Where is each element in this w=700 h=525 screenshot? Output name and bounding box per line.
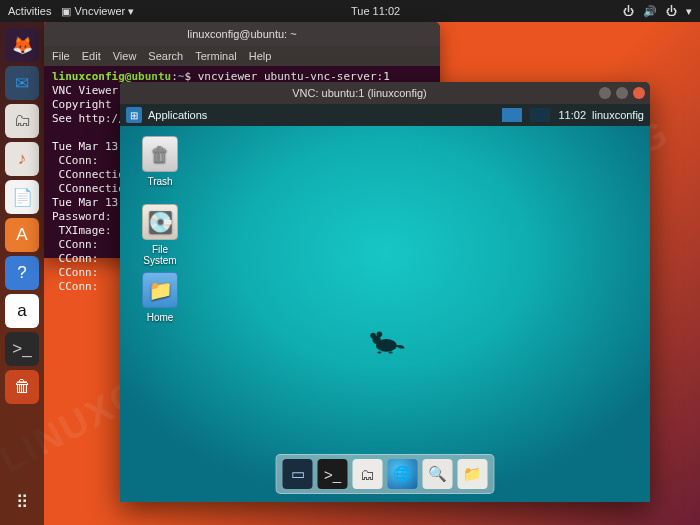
xfce-desktop[interactable]: 🗑 Trash 💽 File System 📁 Home ▭ >_ 🗂 🌐 🔍 … <box>120 126 650 502</box>
sound-icon: 🔊 <box>643 5 657 18</box>
desktop-home[interactable]: 📁 Home <box>134 272 186 323</box>
show-applications-button[interactable]: ⠿ <box>16 492 28 513</box>
menu-view[interactable]: View <box>113 50 137 62</box>
dock-folder-icon[interactable]: 📁 <box>458 459 488 489</box>
desktop-filesystem-label: File System <box>134 244 186 266</box>
workspace-2[interactable] <box>530 108 550 122</box>
active-app-name: Vncviewer <box>74 5 125 17</box>
dock-search-icon[interactable]: 🔍 <box>423 459 453 489</box>
svg-point-3 <box>377 331 383 337</box>
dock-files-icon[interactable]: 🗂 <box>353 459 383 489</box>
menu-terminal[interactable]: Terminal <box>195 50 237 62</box>
amazon-icon[interactable]: a <box>5 294 39 328</box>
gnome-topbar: Activities ▣ Vncviewer ▾ Tue 11:02 ⏻ 🔊 ⏻… <box>0 0 700 22</box>
svg-point-4 <box>377 351 381 353</box>
menu-help[interactable]: Help <box>249 50 272 62</box>
software-icon[interactable]: A <box>5 218 39 252</box>
desktop-trash[interactable]: 🗑 Trash <box>134 136 186 187</box>
vnc-titlebar[interactable]: VNC: ubuntu:1 (linuxconfig) <box>120 82 650 104</box>
close-button[interactable] <box>633 87 645 99</box>
active-app-label[interactable]: ▣ Vncviewer ▾ <box>61 5 134 18</box>
panel-user[interactable]: linuxconfig <box>592 109 644 121</box>
caret-down-icon: ▾ <box>686 5 692 18</box>
menu-edit[interactable]: Edit <box>82 50 101 62</box>
filesystem-icon: 💽 <box>142 204 178 240</box>
libreoffice-icon[interactable]: 📄 <box>5 180 39 214</box>
terminal-titlebar[interactable]: linuxconfig@ubuntu: ~ <box>44 22 440 46</box>
power-icon: ⏻ <box>666 5 677 17</box>
desktop-trash-label: Trash <box>134 176 186 187</box>
firefox-icon[interactable]: 🦊 <box>5 28 39 62</box>
svg-point-5 <box>389 351 393 353</box>
menu-file[interactable]: File <box>52 50 70 62</box>
clock[interactable]: Tue 11:02 <box>351 5 400 17</box>
files-icon[interactable]: 🗂 <box>5 104 39 138</box>
dock-trash-icon[interactable]: 🗑 <box>5 370 39 404</box>
panel-clock[interactable]: 11:02 <box>558 109 586 121</box>
thunderbird-icon[interactable]: ✉ <box>5 66 39 100</box>
terminal-menubar: File Edit View Search Terminal Help <box>44 46 440 66</box>
minimize-button[interactable] <box>599 87 611 99</box>
workspace-1[interactable] <box>502 108 522 122</box>
activities-button[interactable]: Activities <box>8 5 51 17</box>
network-icon: ⏻ <box>623 5 634 17</box>
vnc-window[interactable]: VNC: ubuntu:1 (linuxconfig) ⊞ Applicatio… <box>120 82 650 502</box>
applications-menu-icon[interactable]: ⊞ <box>126 107 142 123</box>
help-icon[interactable]: ? <box>5 256 39 290</box>
dock-terminal-icon[interactable]: >_ <box>318 459 348 489</box>
home-folder-icon: 📁 <box>142 272 178 308</box>
desktop-home-label: Home <box>134 312 186 323</box>
system-status-area[interactable]: ⏻ 🔊 ⏻ ▾ <box>617 5 692 18</box>
svg-point-2 <box>370 333 376 339</box>
terminal-title: linuxconfig@ubuntu: ~ <box>187 28 296 40</box>
terminal-icon[interactable]: >_ <box>5 332 39 366</box>
desktop-filesystem[interactable]: 💽 File System <box>134 204 186 266</box>
menu-search[interactable]: Search <box>148 50 183 62</box>
xfce-mouse-logo <box>363 330 407 358</box>
applications-menu-label[interactable]: Applications <box>148 109 207 121</box>
vnc-title-text: VNC: ubuntu:1 (linuxconfig) <box>120 87 599 99</box>
xfce-bottom-dock: ▭ >_ 🗂 🌐 🔍 📁 <box>276 454 495 494</box>
xfce-panel: ⊞ Applications 11:02 linuxconfig <box>120 104 650 126</box>
ubuntu-dock: 🦊 ✉ 🗂 ♪ 📄 A ? a >_ 🗑 ⠿ <box>0 22 44 525</box>
show-desktop-icon[interactable]: ▭ <box>283 459 313 489</box>
maximize-button[interactable] <box>616 87 628 99</box>
dock-web-icon[interactable]: 🌐 <box>388 459 418 489</box>
trash-icon: 🗑 <box>142 136 178 172</box>
rhythmbox-icon[interactable]: ♪ <box>5 142 39 176</box>
